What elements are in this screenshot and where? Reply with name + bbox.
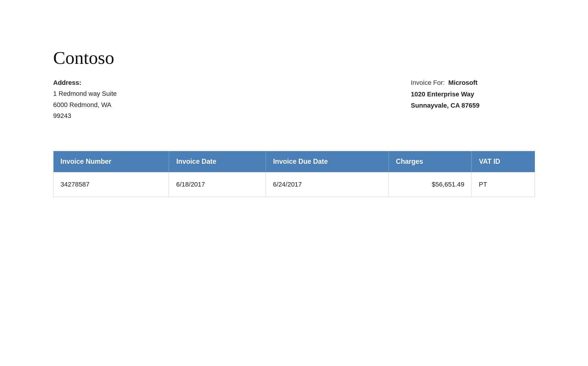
col-header-charges: Charges [389,151,472,172]
table-header-row: Invoice Number Invoice Date Invoice Due … [53,151,535,172]
col-header-invoice-date: Invoice Date [169,151,266,172]
address-label: Address: [53,77,117,88]
cell-invoice-number: 34278587 [53,172,169,197]
invoice-table: Invoice Number Invoice Date Invoice Due … [53,151,535,197]
address-line2: 6000 Redmond, WA [53,99,117,110]
company-name: Contoso [53,47,535,68]
invoice-for-label: Invoice For: [411,77,445,88]
to-section: Invoice For: Microsoft 1020 Enterprise W… [411,77,535,122]
recipient-address-line2: Sunnayvale, CA 87659 [411,100,535,111]
invoice-for-line: Invoice For: Microsoft [411,77,535,88]
table-row: 342785876/18/20176/24/2017$56,651.49PT [53,172,535,197]
header-section: Address: 1 Redmond way Suite 6000 Redmon… [53,77,535,122]
invoice-page: Contoso Address: 1 Redmond way Suite 600… [0,0,588,366]
col-header-invoice-number: Invoice Number [53,151,169,172]
col-header-invoice-due-date: Invoice Due Date [266,151,389,172]
cell-invoice-date: 6/18/2017 [169,172,266,197]
recipient-address: 1020 Enterprise Way Sunnayvale, CA 87659 [411,89,535,111]
cell-invoice-due-date: 6/24/2017 [266,172,389,197]
recipient-name: Microsoft [448,77,478,88]
recipient-address-line1: 1020 Enterprise Way [411,89,535,100]
address-line3: 99243 [53,110,117,121]
address-line1: 1 Redmond way Suite [53,88,117,99]
cell-charges: $56,651.49 [389,172,472,197]
from-address: Address: 1 Redmond way Suite 6000 Redmon… [53,77,117,122]
col-header-vat-id: VAT ID [472,151,535,172]
cell-vat-id: PT [472,172,535,197]
